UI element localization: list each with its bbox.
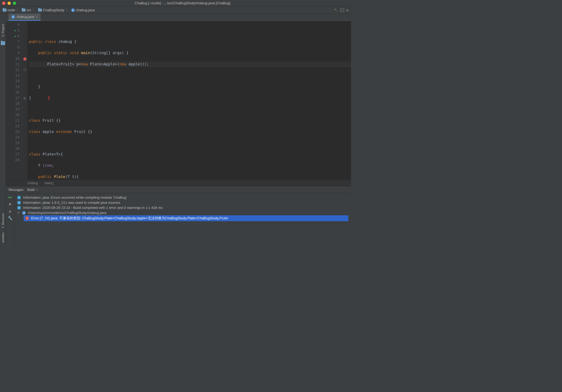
title-bar: ChaBug [~/code] - .../src/ChaBugStudy/ch… bbox=[0, 0, 351, 6]
info-icon: i bbox=[17, 206, 21, 210]
messages-toolbar: ▸▸ ■ ▲ 🔧 bbox=[6, 193, 14, 245]
crumb-class[interactable]: chabug bbox=[27, 181, 38, 185]
run-gutter-icon[interactable]: ▶ bbox=[15, 28, 16, 33]
breadcrumb-label: src bbox=[27, 8, 31, 12]
implements-icon[interactable]: ⓘ bbox=[22, 67, 27, 73]
messages-panel: Messages: Build × ▸▸ ■ ▲ 🔧 i Information… bbox=[6, 186, 351, 245]
message-text: Information: javac 1.8.0_211 was used to… bbox=[23, 201, 120, 205]
close-window-icon[interactable] bbox=[2, 2, 5, 5]
maximize-window-icon[interactable] bbox=[13, 2, 16, 5]
build-icon[interactable]: ↖ bbox=[334, 8, 338, 13]
rerun-icon[interactable]: ▸▸ bbox=[8, 195, 12, 199]
error-icon: ! bbox=[25, 216, 29, 220]
code-area[interactable]: public class chabug { public static void… bbox=[27, 21, 351, 180]
settings-icon[interactable]: 🔧 bbox=[8, 216, 12, 220]
tab-label: chabug.java bbox=[17, 15, 34, 19]
info-icon: i bbox=[17, 201, 21, 205]
chevron-right-icon: 〉 bbox=[66, 8, 70, 13]
messages-tab-label: Build bbox=[27, 188, 35, 192]
breadcrumb-chabugstudy[interactable]: ChaBugStudy bbox=[38, 8, 64, 12]
breadcrumb-file[interactable]: c chabug.java bbox=[71, 8, 95, 12]
error-bulb-icon[interactable]: ⬤ bbox=[23, 57, 27, 61]
window-controls bbox=[2, 2, 16, 5]
run-target-label: c bbox=[347, 8, 349, 12]
message-file-node[interactable]: ▼ J /Users/syst1m/code/src/ChaBugStudy/c… bbox=[17, 210, 348, 215]
message-info[interactable]: i Information: java: Errors occurred whi… bbox=[17, 195, 348, 200]
tool-window-favorites[interactable]: avorites bbox=[1, 230, 5, 245]
message-text: Information: 2020-08-29 23:10 - Build co… bbox=[23, 206, 163, 210]
left-tool-rail: 1: Project 7: Structure avorites bbox=[0, 14, 6, 245]
tab-chabug-java[interactable]: c chabug.java × bbox=[9, 14, 41, 21]
close-tab-icon[interactable]: × bbox=[36, 15, 38, 19]
tree-expand-icon[interactable]: ▼ bbox=[17, 211, 20, 214]
navigation-bar: code 〉 src 〉 ChaBugStudy 〉 c chabug.java… bbox=[0, 6, 351, 14]
window-title: ChaBug [~/code] - .../src/ChaBugStudy/ch… bbox=[16, 1, 349, 5]
run-gutter-icon[interactable]: ▶ bbox=[15, 33, 16, 39]
messages-content[interactable]: i Information: java: Errors occurred whi… bbox=[14, 193, 351, 245]
java-class-icon: c bbox=[71, 8, 75, 12]
messages-header: Messages: Build × bbox=[6, 186, 351, 193]
filter-icon[interactable]: ▲ bbox=[8, 209, 12, 213]
editor-tab-bar: c chabug.java × bbox=[6, 14, 351, 21]
minimize-window-icon[interactable] bbox=[8, 2, 11, 5]
annotation-gutter: ⬤ ⓘ @ bbox=[22, 21, 27, 180]
code-editor[interactable]: 4 ▶5 ▶6 7 8 9 10 11 12 13 14 15 16 17 18… bbox=[6, 21, 351, 180]
chevron-right-icon: 〉 bbox=[39, 181, 43, 185]
close-tab-icon[interactable]: × bbox=[36, 188, 38, 192]
select-run-config-icon[interactable]: ▭ bbox=[340, 8, 344, 12]
editor-breadcrumb[interactable]: chabug 〉 main() bbox=[6, 180, 351, 186]
messages-tab-build[interactable]: Build × bbox=[27, 188, 38, 192]
java-file-icon: J bbox=[22, 211, 26, 215]
project-icon[interactable] bbox=[1, 41, 5, 45]
folder-icon bbox=[38, 9, 42, 12]
messages-title: Messages: bbox=[9, 188, 24, 192]
message-file-path: /Users/syst1m/code/src/ChaBugStudy/chabu… bbox=[28, 211, 107, 215]
breadcrumb-label: code bbox=[8, 8, 15, 12]
line-number-gutter: 4 ▶5 ▶6 7 8 9 10 11 12 13 14 15 16 17 18… bbox=[6, 21, 22, 180]
chevron-right-icon: 〉 bbox=[33, 8, 37, 13]
message-text: Error:(7, 24) java: 不兼容的类型: ChaBugStudy.… bbox=[31, 216, 228, 221]
info-icon: i bbox=[17, 196, 21, 199]
message-info[interactable]: i Information: javac 1.8.0_211 was used … bbox=[17, 200, 348, 205]
java-class-icon: c bbox=[11, 15, 15, 19]
chevron-right-icon: 〉 bbox=[17, 8, 20, 13]
folder-icon bbox=[3, 9, 6, 12]
tool-window-project[interactable]: 1: Project bbox=[1, 22, 5, 39]
message-error[interactable]: ! Error:(7, 24) java: 不兼容的类型: ChaBugStud… bbox=[24, 215, 348, 221]
crumb-method[interactable]: main() bbox=[44, 181, 53, 185]
breadcrumb-code[interactable]: code bbox=[3, 8, 15, 12]
override-icon[interactable]: @ bbox=[22, 95, 27, 101]
folder-icon bbox=[22, 9, 25, 12]
breadcrumb-label: chabug.java bbox=[76, 8, 95, 12]
message-text: Information: java: Errors occurred while… bbox=[23, 195, 127, 199]
breadcrumb-label: ChaBugStudy bbox=[43, 8, 64, 12]
stop-icon[interactable]: ■ bbox=[9, 202, 11, 206]
tool-window-structure[interactable]: 7: Structure bbox=[1, 211, 5, 231]
error-bulb-icon[interactable]: ❗ bbox=[47, 96, 51, 100]
breadcrumb-src[interactable]: src bbox=[22, 8, 31, 12]
message-info[interactable]: i Information: 2020-08-29 23:10 - Build … bbox=[17, 205, 348, 210]
